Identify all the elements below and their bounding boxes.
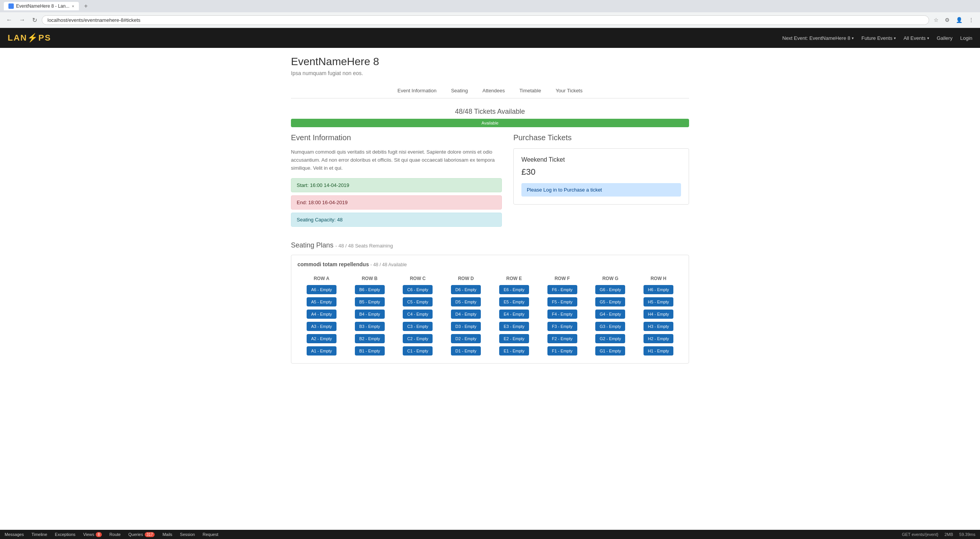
tab-event-information[interactable]: Event Information [396, 84, 438, 98]
seat-button[interactable]: D4 - Empty [451, 310, 481, 319]
seat-button[interactable]: G5 - Empty [595, 297, 625, 306]
seat-button[interactable]: C1 - Empty [403, 346, 433, 356]
seat-cell: B1 - Empty [346, 345, 394, 357]
seat-cell: E4 - Empty [490, 308, 538, 320]
seat-button[interactable]: C6 - Empty [403, 285, 433, 294]
seat-button[interactable]: E1 - Empty [499, 346, 529, 356]
seat-button[interactable]: F6 - Empty [547, 285, 577, 294]
back-button[interactable]: ← [4, 15, 15, 25]
seat-button[interactable]: D3 - Empty [451, 322, 481, 331]
seat-cell: E5 - Empty [490, 296, 538, 308]
seat-cell: F2 - Empty [538, 333, 586, 345]
seat-cell: A1 - Empty [297, 345, 346, 357]
seat-button[interactable]: E6 - Empty [499, 285, 529, 294]
nav-future-events[interactable]: Future Events ▾ [861, 35, 896, 41]
event-description: Numquam commodi quis veritatis sit debit… [291, 148, 502, 172]
seat-button[interactable]: C3 - Empty [403, 322, 433, 331]
seat-button[interactable]: D1 - Empty [451, 346, 481, 356]
seat-button[interactable]: F2 - Empty [547, 334, 577, 343]
seat-button[interactable]: B3 - Empty [355, 322, 385, 331]
seat-cell: H6 - Empty [634, 283, 683, 296]
seat-button[interactable]: C4 - Empty [403, 310, 433, 319]
seat-cell: A3 - Empty [297, 320, 346, 333]
seat-button[interactable]: H5 - Empty [644, 297, 673, 306]
seat-button[interactable]: G4 - Empty [595, 310, 625, 319]
event-capacity-box: Seating Capacity: 48 [291, 213, 502, 227]
seat-cell: C4 - Empty [394, 308, 442, 320]
new-tab-button[interactable]: + [82, 2, 90, 10]
seat-button[interactable]: H3 - Empty [644, 322, 673, 331]
seat-button[interactable]: C2 - Empty [403, 334, 433, 343]
seat-cell: B4 - Empty [346, 308, 394, 320]
seat-button[interactable]: B5 - Empty [355, 297, 385, 306]
seat-button[interactable]: H1 - Empty [644, 346, 673, 356]
table-row: A3 - EmptyB3 - EmptyC3 - EmptyD3 - Empty… [297, 320, 683, 333]
tab-close-button[interactable]: × [72, 4, 74, 8]
seat-cell: B2 - Empty [346, 333, 394, 345]
seat-button[interactable]: G6 - Empty [595, 285, 625, 294]
extensions-button[interactable]: ⚙ [942, 15, 952, 25]
seat-button[interactable]: F5 - Empty [547, 297, 577, 306]
seat-cell: F1 - Empty [538, 345, 586, 357]
seating-plan-name: commodi totam repellendus [297, 261, 369, 267]
seat-button[interactable]: E3 - Empty [499, 322, 529, 331]
seat-button[interactable]: F3 - Empty [547, 322, 577, 331]
address-bar[interactable] [42, 15, 929, 25]
seat-button[interactable]: B2 - Empty [355, 334, 385, 343]
tab-favicon [8, 3, 14, 9]
seat-button[interactable]: D6 - Empty [451, 285, 481, 294]
seat-button[interactable]: B1 - Empty [355, 346, 385, 356]
logo-text: LAN⚡PS [8, 33, 51, 43]
seat-button[interactable]: C5 - Empty [403, 297, 433, 306]
tab-timetable[interactable]: Timetable [518, 84, 543, 98]
seat-button[interactable]: A2 - Empty [307, 334, 336, 343]
seat-button[interactable]: B4 - Empty [355, 310, 385, 319]
seat-button[interactable]: H2 - Empty [644, 334, 673, 343]
seat-cell: H2 - Empty [634, 333, 683, 345]
seat-button[interactable]: F1 - Empty [547, 346, 577, 356]
seat-button[interactable]: A6 - Empty [307, 285, 336, 294]
seating-section: commodi totam repellendus - 48 / 48 Avai… [291, 255, 689, 364]
seat-button[interactable]: B6 - Empty [355, 285, 385, 294]
seat-button[interactable]: E4 - Empty [499, 310, 529, 319]
seat-button[interactable]: A3 - Empty [307, 322, 336, 331]
table-row: A1 - EmptyB1 - EmptyC1 - EmptyD1 - Empty… [297, 345, 683, 357]
seat-button[interactable]: G2 - Empty [595, 334, 625, 343]
reload-button[interactable]: ↻ [30, 15, 39, 25]
seat-button[interactable]: G1 - Empty [595, 346, 625, 356]
seat-cell: C1 - Empty [394, 345, 442, 357]
seat-button[interactable]: D5 - Empty [451, 297, 481, 306]
event-end-box: End: 18:00 16-04-2019 [291, 195, 502, 210]
forward-button[interactable]: → [17, 15, 28, 25]
profile-button[interactable]: 👤 [954, 15, 965, 25]
nav-next-event[interactable]: Next Event: EventNameHere 8 ▾ [782, 35, 854, 41]
seat-button[interactable]: A4 - Empty [307, 310, 336, 319]
tab-seating[interactable]: Seating [449, 84, 469, 98]
seat-button[interactable]: G3 - Empty [595, 322, 625, 331]
seat-button[interactable]: H4 - Empty [644, 310, 673, 319]
seat-cell: A2 - Empty [297, 333, 346, 345]
bookmark-button[interactable]: ☆ [931, 15, 941, 25]
nav-all-events[interactable]: All Events ▾ [903, 35, 929, 41]
menu-button[interactable]: ⋮ [966, 15, 976, 25]
seat-button[interactable]: E5 - Empty [499, 297, 529, 306]
nav-gallery[interactable]: Gallery [937, 35, 952, 41]
seat-button[interactable]: F4 - Empty [547, 310, 577, 319]
col-header-g: ROW G [586, 274, 635, 283]
tab-attendees[interactable]: Attendees [481, 84, 506, 98]
seat-button[interactable]: H6 - Empty [644, 285, 673, 294]
seat-cell: H4 - Empty [634, 308, 683, 320]
seat-table: ROW A ROW B ROW C ROW D ROW E ROW F ROW … [297, 274, 683, 357]
tab-your-tickets[interactable]: Your Tickets [554, 84, 584, 98]
next-event-dropdown-arrow: ▾ [852, 36, 854, 40]
seat-button[interactable]: D2 - Empty [451, 334, 481, 343]
seat-button[interactable]: E2 - Empty [499, 334, 529, 343]
seat-button[interactable]: A5 - Empty [307, 297, 336, 306]
seat-cell: G2 - Empty [586, 333, 635, 345]
ticket-name: Weekend Ticket [521, 156, 681, 163]
seat-button[interactable]: A1 - Empty [307, 346, 336, 356]
browser-tab[interactable]: EventNameHere 8 - Lan... × [4, 2, 79, 10]
nav-login[interactable]: Login [960, 35, 972, 41]
seat-cell: A6 - Empty [297, 283, 346, 296]
seat-cell: E2 - Empty [490, 333, 538, 345]
